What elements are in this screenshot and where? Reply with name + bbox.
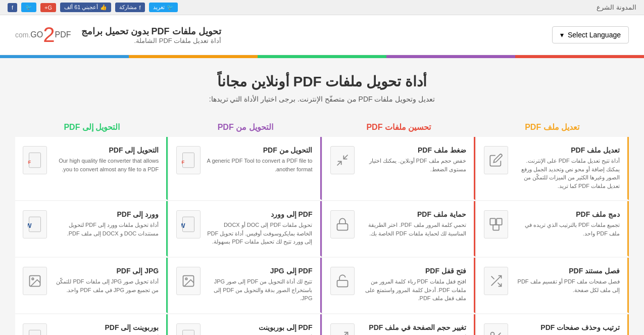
categories-row: تعديل ملف PDF تحسين ملفات PDF التحويل من… bbox=[15, 118, 629, 136]
tool-icon-split bbox=[484, 267, 508, 295]
svg-rect-10 bbox=[337, 224, 348, 230]
svg-rect-6 bbox=[490, 218, 496, 225]
tool-card[interactable]: JPG إلى PDFأداة تحويل صور JPG إلى ملفات … bbox=[15, 258, 168, 313]
tool-icon-image bbox=[23, 267, 47, 295]
twitter2-icon: 🐦 bbox=[25, 4, 32, 11]
page-subtitle: تعديل وتحويل ملفات PDF من متصفّح الإنترن… bbox=[15, 95, 629, 103]
tool-desc: خفض حجم ملف PDF أونلاين. يمكنك اختيار مس… bbox=[361, 157, 466, 173]
tool-title: وورد إلى PDF bbox=[53, 210, 159, 218]
tool-desc: تحويل ملفات PDF إلى DOC أو DOCX الخاصة ب… bbox=[207, 221, 312, 246]
tool-icon-scissors bbox=[484, 323, 508, 335]
fb-icon: f bbox=[12, 5, 13, 11]
tool-icon-edit bbox=[484, 146, 508, 174]
tool-card[interactable]: فتح قفل PDFافتح قفل ملفات PDF رباء كلمة … bbox=[323, 258, 475, 313]
tool-title: PDF إلى وورد bbox=[207, 210, 312, 218]
facebook-icon: f bbox=[139, 5, 140, 11]
tool-card[interactable]: بوربوينت إلى PDFأداة تحويل ملفات PDF لتح… bbox=[15, 314, 168, 335]
tool-desc: فصل صفحات ملف PDF أو تقسيم ملف PDF إلى م… bbox=[514, 277, 620, 294]
facebook-icon-button[interactable]: f bbox=[8, 3, 17, 12]
logo-pdf-text: PDF bbox=[55, 30, 71, 39]
tool-card[interactable]: فصل مستند PDFفصل صفحات ملف PDF أو تقسيم … bbox=[476, 258, 629, 313]
tool-title: فتح قفل PDF bbox=[361, 267, 466, 275]
tool-card[interactable]: ترتيب وحذف صفحات PDFA tool to rearrange … bbox=[476, 314, 629, 335]
tool-desc: تتيح لك أداة التحويل من PDF إلى صور JPG … bbox=[207, 277, 312, 303]
category-edit: تعديل ملف PDF bbox=[475, 118, 629, 136]
svg-line-22 bbox=[493, 333, 501, 335]
svg-point-20 bbox=[490, 332, 494, 336]
tool-card[interactable]: حماية ملف PDFتحمي كلمة المرور ملف PDF. ا… bbox=[323, 201, 475, 257]
tool-card[interactable]: PDF إلى ووردتحويل ملفات PDF إلى DOC أو D… bbox=[169, 201, 321, 257]
thumbs-up-icon: 👍 bbox=[100, 4, 107, 11]
tool-card[interactable]: ضغط ملف PDFخفض حجم ملف PDF أونلاين. يمكن… bbox=[323, 137, 475, 200]
tool-card[interactable]: وورد إلى PDFأداة تحويل ملفات وورد إلى PD… bbox=[15, 201, 168, 257]
tool-desc: أداة تتيح تعديل ملفات PDF على الإنترنت. … bbox=[514, 157, 620, 190]
twitter-icon-button[interactable]: 🐦 bbox=[21, 3, 36, 12]
language-selector[interactable]: Select Language ▾ bbox=[552, 26, 629, 43]
tools-grid: تعديل ملف PDFأداة تتيح تعديل ملفات PDF ع… bbox=[15, 137, 629, 335]
tool-desc: Our high quality file converter that all… bbox=[53, 157, 159, 173]
tool-card[interactable]: تغيير حجم الصفحة في ملف PDFأداة تتيح لك … bbox=[323, 314, 475, 335]
tool-desc: افتح قفل ملفات PDF رباء كلمة المرور من م… bbox=[361, 277, 466, 303]
menu-link[interactable]: المدونة الشرع bbox=[597, 4, 636, 11]
tool-card[interactable]: دمج ملف PDFتجميع ملفات PDF بالترتيب الذي… bbox=[476, 201, 629, 257]
tool-icon-compress bbox=[330, 146, 355, 174]
category-improve: تحسين ملفات PDF bbox=[322, 118, 476, 136]
tool-card[interactable]: PDF إلى JPGتتيح لك أداة التحويل من PDF إ… bbox=[169, 258, 321, 313]
svg-text:PDF: PDF bbox=[181, 160, 185, 165]
tool-card[interactable]: التحويل من PDFA generic PDF Tool to conv… bbox=[169, 137, 321, 200]
tool-title: PDF إلى JPG bbox=[207, 267, 312, 275]
tool-desc: A generic PDF Tool to convert a PDF file… bbox=[207, 157, 312, 173]
page-title: أداة تحويل ملفات PDF أونلاين مجاناً bbox=[15, 73, 629, 90]
logo-go-text: GO bbox=[30, 30, 43, 39]
svg-rect-7 bbox=[497, 218, 502, 225]
facebook-share-button[interactable]: f مشاركة bbox=[115, 3, 144, 12]
svg-rect-27 bbox=[183, 330, 194, 335]
svg-point-17 bbox=[185, 278, 187, 280]
tool-title: تغيير حجم الصفحة في ملف PDF bbox=[361, 323, 466, 331]
tool-card[interactable]: PDF إلى بوربوينتأداة تحويل ملفات PDF إلى… bbox=[169, 314, 321, 335]
tool-icon-image bbox=[176, 267, 201, 295]
tool-title: JPG إلى PDF bbox=[53, 267, 159, 275]
twitter-icon: 🐦 bbox=[167, 4, 174, 11]
tool-title: ترتيب وحذف صفحات PDF bbox=[514, 323, 620, 331]
tool-icon-ppt: P bbox=[176, 323, 201, 335]
svg-text:PDF: PDF bbox=[28, 160, 31, 165]
tool-title: ضغط ملف PDF bbox=[361, 146, 466, 154]
chevron-down-icon: ▾ bbox=[560, 31, 564, 39]
facebook-like-button[interactable]: 👍 أعجبني 61 ألف bbox=[60, 3, 111, 12]
tool-title: فصل مستند PDF bbox=[514, 267, 620, 275]
header-subtitle: أداة تعديل ملفات PDF الشاملة. bbox=[81, 37, 221, 44]
logo-com-text: .com bbox=[15, 31, 30, 39]
svg-rect-29 bbox=[29, 330, 40, 335]
header-title: تحويل ملفات PDF بدون تحميل برامج bbox=[81, 26, 221, 37]
svg-line-0 bbox=[337, 161, 341, 165]
tool-card[interactable]: تعديل ملف PDFأداة تتيح تعديل ملفات PDF ع… bbox=[476, 137, 629, 200]
tool-icon-resize bbox=[330, 323, 355, 335]
tool-title: حماية ملف PDF bbox=[361, 210, 466, 218]
svg-rect-8 bbox=[493, 225, 499, 230]
header: Select Language ▾ تحويل ملفات PDF بدون ت… bbox=[0, 15, 644, 55]
logo-2-text: 2 bbox=[43, 23, 55, 47]
category-convert-from: التحويل من PDF bbox=[169, 118, 322, 136]
svg-point-19 bbox=[32, 278, 33, 280]
tool-icon-word: W bbox=[23, 210, 47, 238]
twitter-button[interactable]: 🐦 تغريد bbox=[149, 3, 178, 12]
category-convert-to: التحويل إلى PDF bbox=[15, 118, 169, 136]
tool-icon-ppt: P bbox=[23, 323, 47, 335]
tool-title: التحويل إلى PDF bbox=[53, 146, 159, 154]
tool-title: دمج ملف PDF bbox=[514, 210, 620, 218]
tool-icon-lock bbox=[330, 210, 355, 238]
tool-desc: أداة تحويل ملفات وورد إلى PDF لتحويل مست… bbox=[53, 221, 159, 237]
tool-desc: تحمي كلمة المرور ملف PDF. اختر الطريقة ا… bbox=[361, 221, 466, 237]
logo[interactable]: PDF 2 GO .com bbox=[15, 23, 71, 47]
tool-title: PDF إلى بوربوينت bbox=[207, 323, 312, 331]
tool-title: تعديل ملف PDF bbox=[514, 146, 620, 154]
tool-icon-pdf: PDF bbox=[176, 146, 201, 174]
svg-text:W: W bbox=[181, 222, 186, 229]
tool-title: بوربوينت إلى PDF bbox=[53, 323, 159, 331]
tool-card[interactable]: التحويل إلى PDFOur high quality file con… bbox=[15, 137, 168, 200]
tool-icon-word: W bbox=[176, 210, 201, 238]
gplus-button[interactable]: G+ bbox=[40, 3, 56, 12]
svg-line-1 bbox=[343, 155, 348, 159]
tool-title: التحويل من PDF bbox=[207, 146, 312, 154]
